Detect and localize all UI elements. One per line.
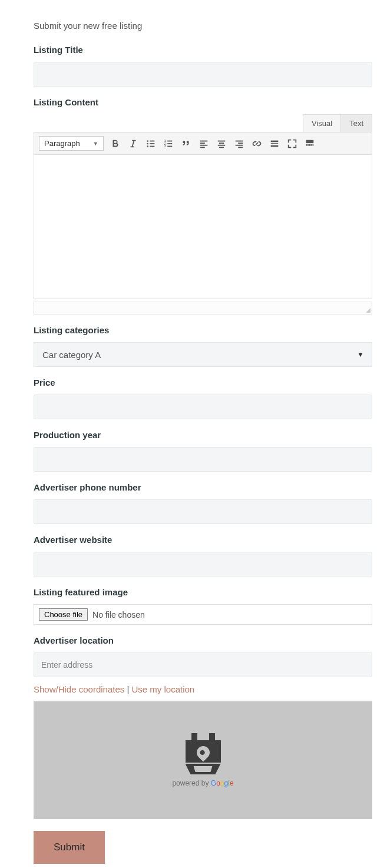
svg-rect-31: [312, 144, 313, 145]
svg-text:3: 3: [164, 144, 166, 148]
phone-label: Advertiser phone number: [34, 482, 372, 492]
svg-rect-26: [270, 145, 278, 147]
link-icon[interactable]: [251, 138, 263, 150]
editor-resize-handle[interactable]: [34, 302, 372, 314]
title-label: Listing Title: [34, 45, 372, 55]
svg-rect-23: [238, 147, 243, 148]
map-placeholder: powered by Google: [34, 701, 372, 819]
svg-rect-12: [200, 140, 207, 141]
choose-file-button[interactable]: Choose file: [39, 608, 88, 621]
submit-button[interactable]: Submit: [34, 831, 105, 864]
svg-rect-21: [238, 143, 243, 144]
content-textarea[interactable]: [34, 155, 372, 299]
price-label: Price: [34, 377, 372, 387]
location-input[interactable]: [34, 652, 372, 677]
svg-point-0: [147, 140, 148, 142]
svg-rect-20: [235, 140, 243, 141]
chevron-down-icon: ▼: [93, 141, 98, 147]
toggle-coordinates-link[interactable]: Show/Hide coordinates: [34, 684, 124, 694]
svg-rect-25: [270, 143, 278, 144]
fullscreen-icon[interactable]: [286, 138, 298, 150]
use-my-location-link[interactable]: Use my location: [132, 684, 195, 694]
svg-rect-7: [167, 140, 172, 141]
svg-point-2: [147, 143, 148, 144]
align-left-icon[interactable]: [198, 138, 210, 150]
number-list-icon[interactable]: 123: [163, 138, 174, 150]
categories-select[interactable]: Car category A: [34, 342, 372, 367]
svg-rect-5: [150, 145, 154, 147]
svg-rect-14: [200, 144, 207, 145]
format-select-label: Paragraph: [44, 139, 80, 148]
website-input[interactable]: [34, 552, 372, 577]
svg-rect-9: [167, 143, 172, 144]
svg-rect-13: [200, 143, 204, 144]
link-separator: |: [124, 684, 131, 694]
price-input[interactable]: [34, 395, 372, 419]
format-select[interactable]: Paragraph ▼: [39, 136, 104, 151]
content-label: Listing Content: [34, 97, 372, 107]
quote-icon[interactable]: [180, 138, 192, 150]
toolbar-toggle-icon[interactable]: [304, 138, 316, 150]
page-heading: Submit your new free listing: [34, 21, 372, 31]
website-label: Advertiser website: [34, 535, 372, 545]
svg-rect-16: [217, 140, 225, 141]
title-input[interactable]: [34, 62, 372, 87]
read-more-icon[interactable]: [269, 138, 280, 150]
bold-icon[interactable]: [110, 138, 121, 150]
svg-rect-15: [200, 147, 204, 148]
categories-label: Listing categories: [34, 325, 372, 335]
svg-rect-24: [270, 140, 278, 142]
content-editor: Visual Text Paragraph ▼ 123: [34, 114, 372, 314]
svg-rect-22: [235, 144, 243, 145]
tab-text[interactable]: Text: [341, 114, 372, 132]
svg-rect-19: [219, 147, 224, 148]
editor-toolbar: Paragraph ▼ 123: [34, 132, 372, 155]
categories-value: Car category A: [42, 350, 101, 360]
year-input[interactable]: [34, 447, 372, 472]
bullet-list-icon[interactable]: [145, 138, 157, 150]
svg-rect-1: [150, 140, 154, 141]
file-status: No file chosen: [92, 610, 145, 619]
svg-point-4: [147, 145, 148, 147]
file-input[interactable]: Choose file No file chosen: [34, 604, 372, 625]
map-pin-icon: [186, 733, 221, 774]
svg-rect-29: [308, 144, 310, 145]
svg-rect-30: [310, 144, 312, 145]
image-label: Listing featured image: [34, 587, 372, 597]
tab-visual[interactable]: Visual: [303, 114, 341, 132]
phone-input[interactable]: [34, 499, 372, 524]
powered-by-text: powered by Google: [172, 779, 233, 787]
svg-rect-18: [217, 144, 225, 145]
year-label: Production year: [34, 430, 372, 440]
google-logo: Google: [211, 779, 234, 787]
align-right-icon[interactable]: [233, 138, 245, 150]
align-center-icon[interactable]: [216, 138, 227, 150]
svg-rect-11: [167, 145, 172, 147]
italic-icon[interactable]: [127, 138, 139, 150]
svg-rect-3: [150, 143, 154, 144]
svg-rect-27: [306, 140, 313, 143]
location-label: Advertiser location: [34, 635, 372, 645]
svg-rect-17: [219, 143, 224, 144]
svg-rect-28: [306, 144, 307, 145]
